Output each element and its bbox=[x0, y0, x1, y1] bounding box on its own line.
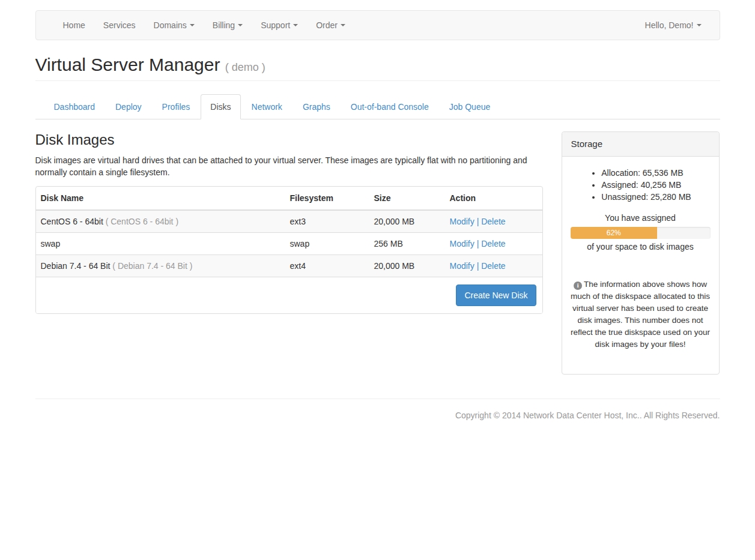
cell-disk-name: CentOS 6 - 64bit ( CentOS 6 - 64bit ) bbox=[36, 210, 285, 233]
disk-name-note: ( Debian 7.4 - 64 Bit ) bbox=[112, 261, 192, 271]
tab-out-of-band-console[interactable]: Out-of-band Console bbox=[341, 94, 438, 119]
action-separator: | bbox=[477, 261, 479, 271]
column-header-filesystem: Filesystem bbox=[285, 187, 369, 210]
tab-dashboard[interactable]: Dashboard bbox=[44, 94, 105, 119]
tab-job-queue[interactable]: Job Queue bbox=[440, 94, 500, 119]
page-title: Virtual Server Manager ( demo ) bbox=[35, 55, 720, 74]
nav-item-billing[interactable]: Billing bbox=[204, 11, 252, 40]
table-footer-row: Create New Disk bbox=[36, 277, 542, 314]
storage-info-note: iThe information above shows how much of… bbox=[569, 278, 712, 351]
storage-panel-title: Storage bbox=[562, 132, 719, 157]
disk-table-container: Disk Name Filesystem Size Action CentOS … bbox=[35, 186, 543, 314]
section-heading: Disk Images bbox=[35, 131, 543, 148]
caret-down-icon bbox=[697, 24, 702, 26]
storage-progress-track: 62% bbox=[571, 227, 711, 239]
table-footer-cell: Create New Disk bbox=[36, 277, 542, 314]
cell-filesystem: ext4 bbox=[285, 255, 369, 277]
navbar-user-menu: Hello, Demo! bbox=[636, 11, 711, 40]
cell-size: 20,000 MB bbox=[369, 255, 445, 277]
nav-item-label: Order bbox=[316, 20, 338, 30]
disk-name: swap bbox=[41, 239, 61, 248]
assigned-caption-bottom: of your space to disk images bbox=[569, 242, 712, 251]
copyright-text: Copyright © 2014 Network Data Center Hos… bbox=[35, 399, 720, 444]
page-title-text: Virtual Server Manager bbox=[35, 55, 220, 74]
storage-panel-body: Allocation: 65,536 MB Assigned: 40,256 M… bbox=[562, 157, 719, 374]
disk-images-table: Disk Name Filesystem Size Action CentOS … bbox=[36, 187, 542, 313]
storage-progress-bar: 62% bbox=[571, 227, 657, 239]
action-separator: | bbox=[477, 239, 479, 248]
table-header-row: Disk Name Filesystem Size Action bbox=[36, 187, 542, 210]
page-subtitle: ( demo ) bbox=[225, 61, 265, 73]
delete-link[interactable]: Delete bbox=[481, 239, 505, 248]
navbar-menu: Home Services Domains Billing Support Or… bbox=[54, 11, 355, 40]
tab-network[interactable]: Network bbox=[242, 94, 292, 119]
cell-actions: Modify | Delete bbox=[445, 255, 542, 277]
table-row: Debian 7.4 - 64 Bit ( Debian 7.4 - 64 Bi… bbox=[36, 255, 542, 277]
cell-filesystem: swap bbox=[285, 233, 369, 255]
delete-link[interactable]: Delete bbox=[481, 217, 505, 226]
cell-size: 20,000 MB bbox=[369, 210, 445, 233]
tab-deploy[interactable]: Deploy bbox=[106, 94, 151, 119]
cell-actions: Modify | Delete bbox=[445, 233, 542, 255]
main-content: Disk Images Disk images are virtual hard… bbox=[35, 119, 543, 375]
tab-graphs[interactable]: Graphs bbox=[293, 94, 340, 119]
assigned-caption-top: You have assigned bbox=[569, 212, 712, 224]
column-header-disk-name: Disk Name bbox=[36, 187, 285, 210]
top-navbar: Home Services Domains Billing Support Or… bbox=[35, 10, 720, 40]
table-row: swap swap 256 MB Modify | Delete bbox=[36, 233, 542, 255]
section-description: Disk images are virtual hard drives that… bbox=[35, 154, 543, 178]
table-row: CentOS 6 - 64bit ( CentOS 6 - 64bit ) ex… bbox=[36, 210, 542, 233]
column-header-size: Size bbox=[369, 187, 445, 210]
page-container: Home Services Domains Billing Support Or… bbox=[35, 10, 720, 444]
cell-disk-name: swap bbox=[36, 233, 285, 255]
nav-item-support[interactable]: Support bbox=[252, 11, 307, 40]
nav-item-label: Domains bbox=[154, 20, 187, 30]
sidebar: Storage Allocation: 65,536 MB Assigned: … bbox=[562, 119, 720, 375]
content-row: Disk Images Disk images are virtual hard… bbox=[35, 119, 720, 375]
disk-name: Debian 7.4 - 64 Bit bbox=[41, 261, 111, 271]
cell-filesystem: ext3 bbox=[285, 210, 369, 233]
modify-link[interactable]: Modify bbox=[450, 261, 475, 271]
caret-down-icon bbox=[238, 24, 243, 26]
action-separator: | bbox=[477, 217, 479, 226]
user-menu-toggle[interactable]: Hello, Demo! bbox=[636, 11, 711, 40]
modify-link[interactable]: Modify bbox=[450, 239, 475, 248]
cell-disk-name: Debian 7.4 - 64 Bit ( Debian 7.4 - 64 Bi… bbox=[36, 255, 285, 277]
caret-down-icon bbox=[341, 24, 345, 26]
storage-stats-list: Allocation: 65,536 MB Assigned: 40,256 M… bbox=[589, 167, 691, 203]
stat-assigned: Assigned: 40,256 MB bbox=[601, 179, 691, 191]
create-new-disk-button[interactable]: Create New Disk bbox=[456, 285, 536, 306]
modify-link[interactable]: Modify bbox=[450, 217, 475, 226]
info-icon: i bbox=[574, 282, 582, 290]
nav-item-domains[interactable]: Domains bbox=[145, 11, 204, 40]
cell-size: 256 MB bbox=[369, 233, 445, 255]
page-header: Virtual Server Manager ( demo ) bbox=[35, 55, 720, 81]
delete-link[interactable]: Delete bbox=[481, 261, 505, 271]
nav-item-order[interactable]: Order bbox=[307, 11, 354, 40]
storage-panel: Storage Allocation: 65,536 MB Assigned: … bbox=[562, 131, 720, 375]
caret-down-icon bbox=[190, 24, 195, 26]
nav-item-label: Billing bbox=[213, 20, 235, 30]
disk-name-note: ( CentOS 6 - 64bit ) bbox=[106, 217, 178, 226]
tab-profiles[interactable]: Profiles bbox=[153, 94, 200, 119]
section-tabs: Dashboard Deploy Profiles Disks Network … bbox=[35, 94, 720, 119]
stat-allocation: Allocation: 65,536 MB bbox=[601, 167, 691, 179]
column-header-action: Action bbox=[445, 187, 542, 210]
disk-name: CentOS 6 - 64bit bbox=[41, 217, 103, 226]
stat-unassigned: Unassigned: 25,280 MB bbox=[601, 191, 691, 203]
nav-item-home[interactable]: Home bbox=[54, 11, 94, 40]
nav-item-label: Support bbox=[261, 20, 290, 30]
tab-disks[interactable]: Disks bbox=[201, 94, 240, 119]
nav-item-services[interactable]: Services bbox=[94, 11, 145, 40]
storage-info-text: The information above shows how much of … bbox=[571, 280, 710, 349]
cell-actions: Modify | Delete bbox=[445, 210, 542, 233]
user-menu-label: Hello, Demo! bbox=[645, 20, 694, 30]
caret-down-icon bbox=[293, 24, 298, 26]
